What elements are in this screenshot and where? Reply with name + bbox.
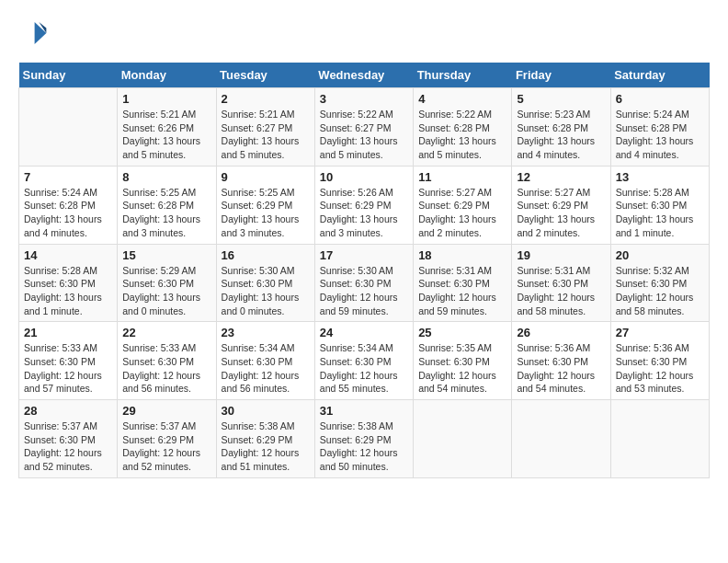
- date-number: 21: [24, 326, 112, 339]
- date-number: 10: [320, 170, 408, 184]
- header-row: SundayMondayTuesdayWednesdayThursdayFrid…: [19, 63, 710, 88]
- cell-info: Sunrise: 5:21 AM Sunset: 6:26 PM Dayligh…: [122, 108, 210, 162]
- svg-marker-0: [35, 22, 47, 44]
- week-row-1: 1Sunrise: 5:21 AM Sunset: 6:26 PM Daylig…: [19, 88, 710, 167]
- date-number: 2: [222, 92, 310, 106]
- calendar-cell: 5Sunrise: 5:23 AM Sunset: 6:28 PM Daylig…: [512, 88, 610, 167]
- calendar-cell: 28Sunrise: 5:37 AM Sunset: 6:30 PM Dayli…: [19, 400, 118, 478]
- calendar-cell: 29Sunrise: 5:37 AM Sunset: 6:29 PM Dayli…: [118, 400, 216, 478]
- cell-info: Sunrise: 5:30 AM Sunset: 6:30 PM Dayligh…: [320, 264, 408, 318]
- calendar-cell: [19, 88, 118, 167]
- calendar-cell: 1Sunrise: 5:21 AM Sunset: 6:26 PM Daylig…: [118, 88, 216, 167]
- cell-info: Sunrise: 5:34 AM Sunset: 6:30 PM Dayligh…: [320, 341, 408, 396]
- date-number: 12: [517, 170, 605, 184]
- calendar-cell: 10Sunrise: 5:26 AM Sunset: 6:29 PM Dayli…: [314, 166, 413, 244]
- date-number: 11: [418, 170, 506, 184]
- calendar-cell: 8Sunrise: 5:25 AM Sunset: 6:28 PM Daylig…: [118, 166, 216, 244]
- cell-info: Sunrise: 5:33 AM Sunset: 6:30 PM Dayligh…: [24, 341, 112, 396]
- cell-info: Sunrise: 5:27 AM Sunset: 6:29 PM Dayligh…: [418, 186, 506, 240]
- calendar-table: SundayMondayTuesdayWednesdayThursdayFrid…: [18, 63, 710, 478]
- date-number: 30: [222, 404, 310, 418]
- date-number: 14: [24, 248, 112, 262]
- calendar-cell: 24Sunrise: 5:34 AM Sunset: 6:30 PM Dayli…: [314, 322, 413, 400]
- week-row-2: 7Sunrise: 5:24 AM Sunset: 6:28 PM Daylig…: [19, 166, 710, 244]
- week-row-5: 28Sunrise: 5:37 AM Sunset: 6:30 PM Dayli…: [19, 400, 710, 478]
- cell-info: Sunrise: 5:34 AM Sunset: 6:30 PM Dayligh…: [222, 341, 310, 396]
- date-number: 31: [320, 404, 408, 418]
- cell-info: Sunrise: 5:32 AM Sunset: 6:30 PM Dayligh…: [616, 264, 704, 318]
- calendar-cell: 21Sunrise: 5:33 AM Sunset: 6:30 PM Dayli…: [19, 322, 118, 400]
- cell-info: Sunrise: 5:38 AM Sunset: 6:29 PM Dayligh…: [320, 419, 408, 474]
- date-number: 22: [122, 326, 210, 339]
- calendar-cell: 27Sunrise: 5:36 AM Sunset: 6:30 PM Dayli…: [610, 322, 709, 400]
- cell-info: Sunrise: 5:29 AM Sunset: 6:30 PM Dayligh…: [122, 264, 210, 318]
- calendar-cell: 30Sunrise: 5:38 AM Sunset: 6:29 PM Dayli…: [216, 400, 314, 478]
- date-number: 17: [320, 248, 408, 262]
- cell-info: Sunrise: 5:36 AM Sunset: 6:30 PM Dayligh…: [517, 341, 605, 396]
- date-number: 19: [517, 248, 605, 262]
- calendar-cell: 14Sunrise: 5:28 AM Sunset: 6:30 PM Dayli…: [19, 244, 118, 322]
- calendar-cell: 17Sunrise: 5:30 AM Sunset: 6:30 PM Dayli…: [314, 244, 413, 322]
- cell-info: Sunrise: 5:35 AM Sunset: 6:30 PM Dayligh…: [418, 341, 506, 396]
- page-header: [18, 18, 710, 48]
- date-number: 1: [122, 92, 210, 106]
- calendar-cell: 13Sunrise: 5:28 AM Sunset: 6:30 PM Dayli…: [610, 166, 709, 244]
- calendar-cell: [414, 400, 512, 478]
- cell-info: Sunrise: 5:22 AM Sunset: 6:28 PM Dayligh…: [418, 108, 506, 162]
- date-number: 23: [222, 326, 310, 339]
- day-header-wednesday: Wednesday: [314, 63, 413, 88]
- date-number: 25: [418, 326, 506, 339]
- logo: [18, 18, 51, 48]
- cell-info: Sunrise: 5:30 AM Sunset: 6:30 PM Dayligh…: [222, 264, 310, 318]
- week-row-3: 14Sunrise: 5:28 AM Sunset: 6:30 PM Dayli…: [19, 244, 710, 322]
- calendar-cell: 20Sunrise: 5:32 AM Sunset: 6:30 PM Dayli…: [610, 244, 709, 322]
- cell-info: Sunrise: 5:28 AM Sunset: 6:30 PM Dayligh…: [24, 264, 112, 318]
- calendar-cell: 18Sunrise: 5:31 AM Sunset: 6:30 PM Dayli…: [414, 244, 512, 322]
- day-header-friday: Friday: [512, 63, 610, 88]
- date-number: 28: [24, 404, 112, 418]
- cell-info: Sunrise: 5:25 AM Sunset: 6:29 PM Dayligh…: [222, 186, 310, 240]
- cell-info: Sunrise: 5:21 AM Sunset: 6:27 PM Dayligh…: [222, 108, 310, 162]
- calendar-cell: 11Sunrise: 5:27 AM Sunset: 6:29 PM Dayli…: [414, 166, 512, 244]
- date-number: 13: [616, 170, 704, 184]
- cell-info: Sunrise: 5:27 AM Sunset: 6:29 PM Dayligh…: [517, 186, 605, 240]
- calendar-cell: 6Sunrise: 5:24 AM Sunset: 6:28 PM Daylig…: [610, 88, 709, 167]
- calendar-cell: 25Sunrise: 5:35 AM Sunset: 6:30 PM Dayli…: [414, 322, 512, 400]
- calendar-cell: 16Sunrise: 5:30 AM Sunset: 6:30 PM Dayli…: [216, 244, 314, 322]
- week-row-4: 21Sunrise: 5:33 AM Sunset: 6:30 PM Dayli…: [19, 322, 710, 400]
- date-number: 4: [418, 92, 506, 106]
- calendar-cell: 3Sunrise: 5:22 AM Sunset: 6:27 PM Daylig…: [314, 88, 413, 167]
- calendar-cell: 15Sunrise: 5:29 AM Sunset: 6:30 PM Dayli…: [118, 244, 216, 322]
- calendar-cell: 23Sunrise: 5:34 AM Sunset: 6:30 PM Dayli…: [216, 322, 314, 400]
- cell-info: Sunrise: 5:25 AM Sunset: 6:28 PM Dayligh…: [122, 186, 210, 240]
- date-number: 9: [222, 170, 310, 184]
- date-number: 15: [122, 248, 210, 262]
- calendar-cell: [512, 400, 610, 478]
- cell-info: Sunrise: 5:36 AM Sunset: 6:30 PM Dayligh…: [616, 341, 704, 396]
- cell-info: Sunrise: 5:24 AM Sunset: 6:28 PM Dayligh…: [24, 186, 112, 240]
- calendar-cell: 31Sunrise: 5:38 AM Sunset: 6:29 PM Dayli…: [314, 400, 413, 478]
- date-number: 20: [616, 248, 704, 262]
- calendar-cell: 19Sunrise: 5:31 AM Sunset: 6:30 PM Dayli…: [512, 244, 610, 322]
- date-number: 7: [24, 170, 112, 184]
- cell-info: Sunrise: 5:33 AM Sunset: 6:30 PM Dayligh…: [122, 341, 210, 396]
- calendar-cell: 9Sunrise: 5:25 AM Sunset: 6:29 PM Daylig…: [216, 166, 314, 244]
- date-number: 6: [616, 92, 704, 106]
- date-number: 24: [320, 326, 408, 339]
- day-header-saturday: Saturday: [610, 63, 709, 88]
- calendar-cell: 12Sunrise: 5:27 AM Sunset: 6:29 PM Dayli…: [512, 166, 610, 244]
- calendar-cell: 26Sunrise: 5:36 AM Sunset: 6:30 PM Dayli…: [512, 322, 610, 400]
- day-header-sunday: Sunday: [19, 63, 118, 88]
- date-number: 27: [616, 326, 704, 339]
- cell-info: Sunrise: 5:22 AM Sunset: 6:27 PM Dayligh…: [320, 108, 408, 162]
- calendar-cell: 7Sunrise: 5:24 AM Sunset: 6:28 PM Daylig…: [19, 166, 118, 244]
- cell-info: Sunrise: 5:37 AM Sunset: 6:30 PM Dayligh…: [24, 419, 112, 474]
- calendar-cell: 22Sunrise: 5:33 AM Sunset: 6:30 PM Dayli…: [118, 322, 216, 400]
- cell-info: Sunrise: 5:23 AM Sunset: 6:28 PM Dayligh…: [517, 108, 605, 162]
- cell-info: Sunrise: 5:37 AM Sunset: 6:29 PM Dayligh…: [122, 419, 210, 474]
- cell-info: Sunrise: 5:31 AM Sunset: 6:30 PM Dayligh…: [418, 264, 506, 318]
- calendar-cell: 4Sunrise: 5:22 AM Sunset: 6:28 PM Daylig…: [414, 88, 512, 167]
- cell-info: Sunrise: 5:38 AM Sunset: 6:29 PM Dayligh…: [222, 419, 310, 474]
- day-header-tuesday: Tuesday: [216, 63, 314, 88]
- day-header-thursday: Thursday: [414, 63, 512, 88]
